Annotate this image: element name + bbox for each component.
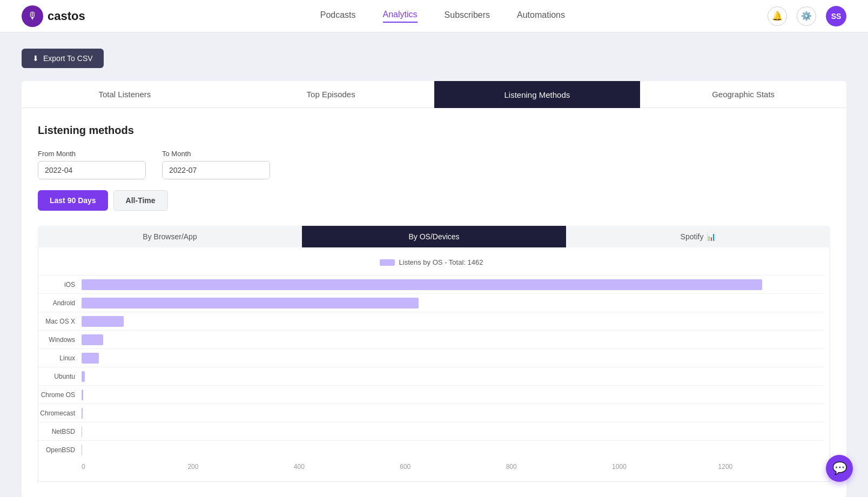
- bar-track: [82, 334, 824, 345]
- subtab-browser-app[interactable]: By Browser/App: [38, 226, 302, 247]
- bar-row: NetBSD: [38, 422, 824, 440]
- x-tick: 200: [187, 463, 293, 471]
- spotify-chart-icon: 📊: [706, 232, 716, 241]
- bar-track: [82, 279, 824, 290]
- bar-label: Linux: [38, 354, 82, 362]
- bar-fill: [82, 426, 82, 437]
- notifications-button[interactable]: 🔔: [768, 6, 787, 26]
- filter-buttons: Last 90 Days All-Time: [38, 190, 830, 211]
- x-tick: 1000: [612, 463, 718, 471]
- bar-fill: [82, 334, 103, 345]
- bar-row: Chromecast: [38, 404, 824, 422]
- logo-link[interactable]: 🎙 castos: [22, 5, 85, 27]
- bar-track: [82, 316, 824, 327]
- avatar[interactable]: SS: [826, 6, 846, 26]
- export-csv-button[interactable]: ⬇ Export To CSV: [22, 49, 104, 68]
- tab-geographic-stats[interactable]: Geographic Stats: [640, 81, 846, 108]
- bar-track: [82, 389, 824, 400]
- bar-fill: [82, 371, 85, 382]
- main-tabs: Total Listeners Top Episodes Listening M…: [22, 81, 846, 108]
- navigation: 🎙 castos Podcasts Analytics Subscribers …: [0, 0, 868, 32]
- nav-links: Podcasts Analytics Subscribers Automatio…: [118, 10, 768, 23]
- to-month-label: To Month: [162, 150, 270, 158]
- from-month-field: From Month 📅: [38, 150, 146, 179]
- bar-track: [82, 353, 824, 364]
- subtab-spotify-label: Spotify: [681, 232, 704, 241]
- nav-right: 🔔 ⚙️ SS: [768, 6, 846, 26]
- date-row: From Month 📅 To Month 📅: [38, 150, 830, 179]
- bar-row: Ubuntu: [38, 367, 824, 385]
- bar-fill: [82, 408, 83, 419]
- last-90-days-button[interactable]: Last 90 Days: [38, 190, 108, 211]
- bar-fill: [82, 445, 82, 455]
- bar-track: [82, 408, 824, 419]
- x-tick: 800: [506, 463, 612, 471]
- to-month-input-wrap: 📅: [162, 161, 270, 179]
- all-time-button[interactable]: All-Time: [113, 190, 168, 211]
- bar-label: Ubuntu: [38, 373, 82, 380]
- bar-track: [82, 371, 824, 382]
- bar-fill: [82, 316, 124, 327]
- from-month-label: From Month: [38, 150, 146, 158]
- logo-text: castos: [48, 9, 85, 23]
- main-content: ⬇ Export To CSV Total Listeners Top Epis…: [0, 32, 868, 497]
- bar-row: Android: [38, 293, 824, 312]
- x-tick: 1200: [718, 463, 824, 471]
- nav-analytics[interactable]: Analytics: [383, 10, 418, 23]
- nav-subscribers[interactable]: Subscribers: [445, 10, 490, 22]
- settings-button[interactable]: ⚙️: [797, 6, 816, 26]
- bar-label: NetBSD: [38, 428, 82, 435]
- chart-legend-text: Listens by OS - Total: 1462: [399, 258, 483, 266]
- x-tick: 0: [82, 463, 187, 471]
- bar-row: OpenBSD: [38, 440, 824, 459]
- bar-track: [82, 298, 824, 308]
- subtab-os-devices[interactable]: By OS/Devices: [302, 226, 566, 247]
- tab-listening-methods[interactable]: Listening Methods: [434, 81, 641, 108]
- card-title: Listening methods: [38, 124, 830, 137]
- bar-fill: [82, 298, 419, 308]
- chat-bubble-button[interactable]: 💬: [826, 455, 853, 482]
- bar-row: Mac OS X: [38, 312, 824, 330]
- nav-automations[interactable]: Automations: [517, 10, 565, 22]
- bar-track: [82, 445, 824, 455]
- export-icon: ⬇: [32, 54, 39, 63]
- bar-fill: [82, 353, 99, 364]
- chart-bars: iOSAndroidMac OS XWindowsLinuxUbuntuChro…: [38, 275, 824, 459]
- export-label: Export To CSV: [43, 54, 93, 63]
- bar-track: [82, 426, 824, 437]
- bar-label: Mac OS X: [38, 318, 82, 325]
- nav-podcasts[interactable]: Podcasts: [320, 10, 356, 22]
- bar-row: Chrome OS: [38, 385, 824, 404]
- card: Listening methods From Month 📅 To Month …: [22, 108, 846, 497]
- tab-total-listeners[interactable]: Total Listeners: [22, 81, 228, 108]
- subtab-spotify[interactable]: Spotify 📊: [566, 226, 830, 247]
- x-axis: 020040060080010001200: [38, 459, 824, 471]
- bar-label: Chrome OS: [38, 391, 82, 399]
- bar-label: OpenBSD: [38, 446, 82, 454]
- bar-row: Windows: [38, 330, 824, 348]
- bar-label: iOS: [38, 281, 82, 288]
- bar-fill: [82, 389, 83, 400]
- from-month-input[interactable]: [38, 162, 146, 179]
- logo-icon: 🎙: [22, 5, 43, 27]
- bar-row: iOS: [38, 275, 824, 293]
- subtabs: By Browser/App By OS/Devices Spotify 📊: [38, 226, 830, 247]
- legend-color-swatch: [380, 259, 395, 266]
- x-tick: 600: [400, 463, 506, 471]
- from-month-input-wrap: 📅: [38, 161, 146, 179]
- bar-label: Android: [38, 299, 82, 307]
- chart-legend: Listens by OS - Total: 1462: [38, 258, 824, 266]
- chart-area: Listens by OS - Total: 1462 iOSAndroidMa…: [38, 247, 830, 482]
- to-month-input[interactable]: [163, 162, 270, 179]
- tab-top-episodes[interactable]: Top Episodes: [228, 81, 434, 108]
- to-month-field: To Month 📅: [162, 150, 270, 179]
- x-tick: 400: [294, 463, 400, 471]
- bar-fill: [82, 279, 762, 290]
- bar-label: Windows: [38, 336, 82, 344]
- bar-label: Chromecast: [38, 409, 82, 417]
- bar-row: Linux: [38, 348, 824, 367]
